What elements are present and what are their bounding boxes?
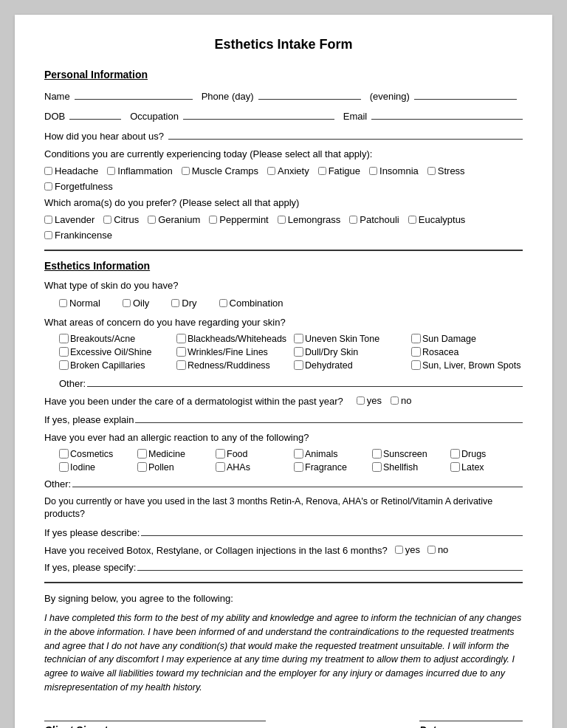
concern-uneven-skin[interactable]: Uneven Skin Tone (294, 334, 405, 344)
derm-yes-item[interactable]: yes (357, 395, 382, 406)
allergen-shellfish-checkbox[interactable] (372, 462, 382, 472)
concern-sun-liver[interactable]: Sun, Liver, Brown Spots (411, 360, 523, 371)
allergen-cosmetics-checkbox[interactable] (59, 449, 69, 459)
allergen-ahas[interactable]: AHAs (216, 462, 288, 473)
concern-wrinkles-checkbox[interactable] (176, 347, 186, 357)
skin-normal[interactable]: Normal (59, 298, 100, 309)
condition-anxiety-checkbox[interactable] (267, 167, 275, 175)
condition-forgetfulness-checkbox[interactable] (44, 182, 52, 190)
allergen-pollen-checkbox[interactable] (137, 462, 147, 472)
skin-combination-checkbox[interactable] (219, 299, 227, 307)
condition-anxiety[interactable]: Anxiety (267, 165, 309, 176)
concern-dull-skin[interactable]: Dull/Dry Skin (294, 347, 405, 357)
allergen-ahas-checkbox[interactable] (216, 462, 225, 472)
condition-fatigue[interactable]: Fatigue (318, 165, 360, 176)
aroma-citrus-checkbox[interactable] (103, 216, 111, 224)
aroma-lemongrass-checkbox[interactable] (278, 216, 286, 224)
allergen-iodine-checkbox[interactable] (59, 462, 69, 472)
condition-muscle-cramps-checkbox[interactable] (182, 167, 190, 175)
concern-breakouts[interactable]: Breakouts/Acne (59, 334, 171, 344)
concern-redness[interactable]: Redness/Ruddiness (176, 360, 288, 371)
condition-insomnia-checkbox[interactable] (369, 167, 377, 175)
skin-dry-checkbox[interactable] (171, 299, 179, 307)
allergen-fragrance-checkbox[interactable] (294, 462, 303, 472)
aroma-eucalyptus-checkbox[interactable] (408, 216, 416, 224)
allergen-food-checkbox[interactable] (216, 449, 225, 459)
aromas-row: Lavender Citrus Geranium Peppermint Lemo… (44, 214, 523, 241)
botox-no-checkbox[interactable] (427, 546, 436, 554)
botox-yes-item[interactable]: yes (395, 544, 420, 555)
aroma-lemongrass[interactable]: Lemongrass (278, 214, 341, 225)
skin-oily[interactable]: Oily (123, 298, 149, 309)
allergen-latex[interactable]: Latex (450, 462, 523, 473)
allergen-animals[interactable]: Animals (294, 449, 366, 459)
botox-no-item[interactable]: no (427, 544, 448, 555)
allergen-cosmetics[interactable]: Cosmetics (59, 449, 131, 459)
concern-redness-checkbox[interactable] (176, 360, 186, 370)
concern-oil-shine[interactable]: Excessive Oil/Shine (59, 347, 171, 357)
aroma-citrus[interactable]: Citrus (103, 214, 139, 225)
concern-dull-skin-checkbox[interactable] (294, 347, 303, 357)
derm-yes-checkbox[interactable] (357, 396, 365, 405)
allergen-animals-checkbox[interactable] (294, 449, 303, 459)
condition-inflammation-checkbox[interactable] (107, 167, 115, 175)
skin-oily-checkbox[interactable] (123, 299, 131, 307)
concern-broken-cap-checkbox[interactable] (59, 360, 69, 370)
aroma-frankincense-checkbox[interactable] (44, 231, 52, 239)
allergen-medicine[interactable]: Medicine (137, 449, 210, 459)
concern-uneven-skin-checkbox[interactable] (294, 334, 303, 343)
allergen-iodine[interactable]: Iodine (59, 462, 131, 473)
skin-normal-checkbox[interactable] (59, 299, 67, 307)
concern-blackheads[interactable]: Blackheads/Whiteheads (176, 334, 288, 344)
concern-rosacea-checkbox[interactable] (411, 347, 421, 357)
condition-headache-checkbox[interactable] (44, 167, 52, 175)
condition-forgetfulness[interactable]: Forgetfulness (44, 181, 113, 192)
skin-combination[interactable]: Combination (219, 298, 284, 309)
aroma-geranium[interactable]: Geranium (148, 214, 200, 225)
concern-rosacea[interactable]: Rosacea (411, 347, 523, 357)
skin-type-row: Normal Oily Dry Combination (59, 298, 523, 309)
allergen-fragrance[interactable]: Fragrance (294, 462, 366, 473)
condition-insomnia[interactable]: Insomnia (369, 165, 419, 176)
allergen-drugs[interactable]: Drugs (450, 449, 523, 459)
condition-inflammation[interactable]: Inflammation (107, 165, 172, 176)
condition-fatigue-checkbox[interactable] (318, 167, 326, 175)
concern-sun-damage-checkbox[interactable] (411, 334, 421, 343)
derm-no-checkbox[interactable] (391, 396, 399, 405)
aroma-eucalyptus[interactable]: Eucalyptus (408, 214, 466, 225)
skin-dry[interactable]: Dry (171, 298, 196, 309)
concern-breakouts-checkbox[interactable] (59, 334, 69, 343)
allergen-shellfish[interactable]: Shellfish (372, 462, 444, 473)
botox-yes-checkbox[interactable] (395, 546, 403, 554)
condition-stress[interactable]: Stress (427, 165, 465, 176)
allergen-drugs-checkbox[interactable] (450, 449, 460, 459)
concern-sun-damage-label: Sun Damage (422, 334, 476, 344)
allergen-sunscreen[interactable]: Sunscreen (372, 449, 444, 459)
concern-dehydrated[interactable]: Dehydrated (294, 360, 405, 371)
concern-oil-shine-checkbox[interactable] (59, 347, 69, 357)
concern-sun-liver-checkbox[interactable] (411, 360, 421, 370)
concern-wrinkles[interactable]: Wrinkles/Fine Lines (176, 347, 288, 357)
concern-blackheads-checkbox[interactable] (176, 334, 186, 343)
aroma-peppermint[interactable]: Peppermint (209, 214, 268, 225)
allergen-latex-checkbox[interactable] (450, 462, 460, 472)
concern-dehydrated-checkbox[interactable] (294, 360, 303, 370)
concern-broken-cap[interactable]: Broken Capillaries (59, 360, 171, 371)
allergen-medicine-checkbox[interactable] (137, 449, 147, 459)
condition-stress-checkbox[interactable] (427, 167, 436, 175)
aroma-lavender[interactable]: Lavender (44, 214, 94, 225)
aroma-patchouli[interactable]: Patchouli (349, 214, 399, 225)
allergen-food[interactable]: Food (216, 449, 288, 459)
condition-headache[interactable]: Headache (44, 165, 98, 176)
dob-label: DOB (44, 111, 65, 122)
condition-muscle-cramps[interactable]: Muscle Cramps (182, 165, 258, 176)
allergen-sunscreen-checkbox[interactable] (372, 449, 382, 459)
aroma-frankincense[interactable]: Frankincense (44, 230, 112, 241)
derm-no-item[interactable]: no (391, 395, 411, 406)
allergen-pollen[interactable]: Pollen (137, 462, 210, 473)
aroma-patchouli-checkbox[interactable] (349, 216, 357, 224)
aroma-peppermint-checkbox[interactable] (209, 216, 217, 224)
aroma-geranium-checkbox[interactable] (148, 216, 156, 224)
concern-sun-damage[interactable]: Sun Damage (411, 334, 523, 344)
aroma-lavender-checkbox[interactable] (44, 216, 52, 224)
